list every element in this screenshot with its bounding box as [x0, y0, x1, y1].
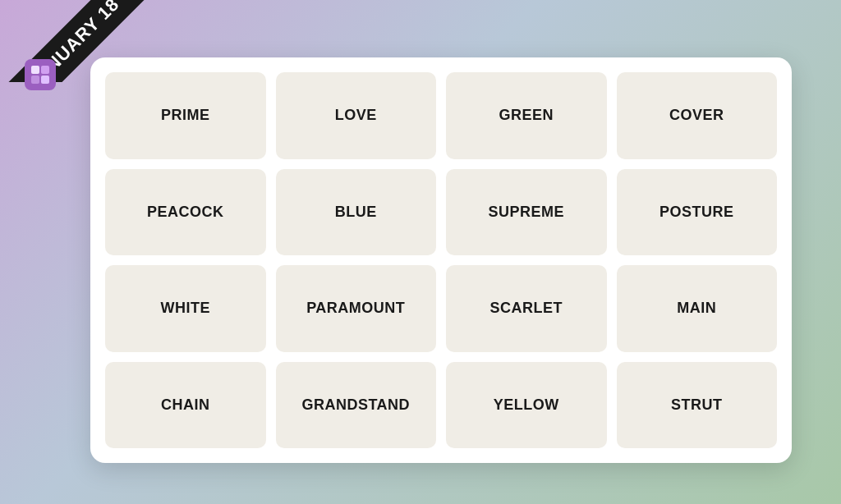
word-grid: PRIMELOVEGREENCOVERPEACOCKBLUESUPREMEPOS…	[105, 72, 777, 448]
icon-cell-3	[31, 76, 39, 84]
date-banner: JANUARY 18	[0, 0, 157, 82]
word-tile[interactable]: SUPREME	[446, 169, 607, 256]
word-tile[interactable]: POSTURE	[617, 169, 778, 256]
word-tile[interactable]: WHITE	[105, 265, 266, 352]
word-tile[interactable]: MAIN	[617, 265, 778, 352]
word-tile[interactable]: COVER	[617, 72, 778, 159]
app-icon-inner	[31, 66, 49, 84]
word-tile[interactable]: GREEN	[446, 72, 607, 159]
main-card: PRIMELOVEGREENCOVERPEACOCKBLUESUPREMEPOS…	[90, 57, 792, 463]
icon-cell-2	[41, 66, 49, 74]
word-tile[interactable]: GRANDSTAND	[276, 362, 437, 449]
word-tile[interactable]: SCARLET	[446, 265, 607, 352]
word-tile[interactable]: YELLOW	[446, 362, 607, 449]
icon-cell-1	[31, 66, 39, 74]
icon-cell-4	[41, 76, 49, 84]
word-tile[interactable]: PEACOCK	[105, 169, 266, 256]
word-tile[interactable]: STRUT	[617, 362, 778, 449]
word-tile[interactable]: LOVE	[276, 72, 437, 159]
app-icon[interactable]	[25, 59, 56, 90]
word-tile[interactable]: BLUE	[276, 169, 437, 256]
word-tile[interactable]: PARAMOUNT	[276, 265, 437, 352]
word-tile[interactable]: PRIME	[105, 72, 266, 159]
word-tile[interactable]: CHAIN	[105, 362, 266, 449]
